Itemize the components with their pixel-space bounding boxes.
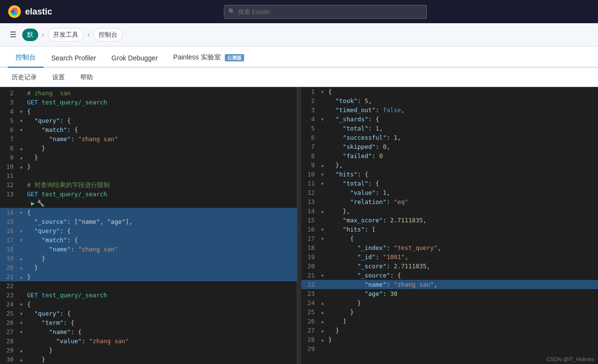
result-line-content: "failed": 0	[326, 151, 598, 160]
fold-arrow	[17, 180, 25, 189]
result-line-number: 12	[301, 188, 319, 197]
line-content: "query": {	[25, 309, 297, 318]
fold-arrow[interactable]: ▴	[17, 144, 25, 153]
result-line-number: 23	[301, 289, 319, 298]
line-number: 25	[0, 309, 17, 318]
elastic-logo-icon	[8, 5, 21, 18]
fold-arrow[interactable]: ▴	[17, 272, 25, 281]
result-line-number: 7	[301, 142, 319, 151]
fold-arrow[interactable]: ▾	[17, 318, 25, 327]
result-fold-arrow[interactable]: ▴	[319, 317, 326, 326]
result-line-content: "_score": 2.7111835,	[326, 262, 598, 271]
line-number: 12	[0, 180, 17, 189]
result-fold-arrow[interactable]: ▾	[319, 271, 326, 280]
result-line-number: 24	[301, 298, 319, 307]
result-line-content: "name": "zhang san",	[326, 280, 598, 289]
line-number: 17	[0, 235, 17, 245]
result-fold-arrow[interactable]: ▴	[319, 326, 326, 335]
result-fold-arrow[interactable]: ▴	[319, 298, 326, 307]
breadcrumb-user[interactable]: 默	[22, 29, 38, 41]
result-line-content: "took": 5,	[326, 96, 598, 105]
fold-arrow[interactable]: ▾	[17, 300, 25, 309]
fold-arrow[interactable]: ▾	[17, 208, 25, 217]
result-line-number: 10	[301, 170, 319, 179]
editor-line: 13 GET test_query/_search▶🔧	[0, 189, 297, 208]
result-line: 12 "value": 1,	[301, 188, 598, 197]
line-number: 26	[0, 318, 17, 327]
breadcrumb-arrow-1: ›	[42, 31, 44, 38]
result-line-content: }	[326, 335, 598, 344]
breadcrumb-console[interactable]: 控制台	[93, 28, 123, 42]
tab-console[interactable]: 控制台	[8, 48, 44, 68]
fold-arrow[interactable]: ▴	[17, 346, 25, 355]
result-fold-arrow[interactable]: ▾	[319, 179, 326, 188]
result-line-number: 5	[301, 124, 319, 133]
editor-line: 10▴}	[0, 162, 297, 171]
wrench-icon[interactable]: 🔧	[37, 199, 44, 208]
fold-arrow	[17, 291, 25, 300]
line-content: }	[25, 263, 297, 272]
result-fold-arrow	[319, 216, 326, 225]
history-button[interactable]: 历史记录	[8, 71, 41, 84]
line-number: 21	[0, 272, 17, 281]
editor-line: 15 "_source": ["name", "age"],	[0, 217, 297, 226]
result-fold-arrow[interactable]: ▾	[319, 170, 326, 179]
result-line: 3 "timed_out": false,	[301, 105, 598, 115]
result-fold-arrow[interactable]: ▾	[319, 115, 326, 124]
fold-arrow[interactable]: ▴	[17, 263, 25, 272]
run-button[interactable]: ▶	[31, 199, 35, 208]
help-button[interactable]: 帮助	[76, 71, 97, 84]
result-line-content: }	[326, 298, 598, 307]
fold-arrow[interactable]: ▴	[17, 162, 25, 171]
fold-arrow[interactable]: ▾	[17, 309, 25, 318]
result-fold-arrow[interactable]: ▾	[319, 87, 326, 96]
fold-arrow[interactable]: ▴	[17, 153, 25, 162]
fold-arrow[interactable]: ▴	[17, 355, 25, 364]
editor-line: 27▾ "name": {	[0, 327, 297, 336]
result-line-number: 25	[301, 307, 319, 317]
svg-point-4	[15, 10, 18, 13]
result-fold-arrow[interactable]: ▴	[319, 307, 326, 317]
result-line-number: 20	[301, 262, 319, 271]
line-number: 29	[0, 346, 17, 355]
editor-line: 7 "name": "zhang san"	[0, 134, 297, 144]
elastic-logo-text: elastic	[25, 7, 52, 17]
result-fold-arrow	[319, 105, 326, 115]
result-fold-arrow[interactable]: ▴	[319, 160, 326, 170]
left-code-editor[interactable]: 1 # Match是分词查询，ES会将数据分词（关键词）保存2 # zhang …	[0, 87, 297, 364]
fold-arrow[interactable]: ▴	[17, 254, 25, 263]
tab-grok-debugger[interactable]: Grok Debugger	[104, 49, 166, 68]
fold-arrow[interactable]: ▾	[17, 107, 25, 116]
result-line-number: 6	[301, 133, 319, 142]
fold-arrow[interactable]: ▾	[17, 235, 25, 245]
result-line-content: "_source": {	[326, 271, 598, 280]
result-fold-arrow[interactable]: ▾	[319, 225, 326, 234]
breadcrumb-devtools[interactable]: 开发工具	[48, 28, 84, 42]
hamburger-button[interactable]: ☰	[8, 28, 18, 41]
line-content: }	[25, 254, 297, 263]
fold-arrow[interactable]: ▾	[17, 226, 25, 235]
tab-painless-lab[interactable]: Painless 实验室 公测版	[165, 48, 252, 68]
fold-arrow[interactable]: ▾	[17, 327, 25, 336]
result-fold-arrow[interactable]: ▴	[319, 206, 326, 216]
nav-bar: ☰ 默 › 开发工具 › 控制台	[0, 23, 598, 46]
editor-line: 11	[0, 171, 297, 180]
global-search-input[interactable]	[224, 5, 427, 19]
result-line-content: "max_score": 2.7111835,	[326, 216, 598, 225]
fold-arrow[interactable]: ▾	[17, 116, 25, 125]
right-result-panel: 1▾{2 "took": 5,3 "timed_out": false,4▾ "…	[301, 87, 598, 364]
right-code-result[interactable]: 1▾{2 "took": 5,3 "timed_out": false,4▾ "…	[301, 87, 598, 364]
line-content: "query": {	[25, 226, 297, 235]
result-line-content: {	[326, 234, 598, 243]
result-fold-arrow[interactable]: ▴	[319, 335, 326, 344]
result-line-number: 26	[301, 317, 319, 326]
editor-divider[interactable]: ⋮	[297, 87, 301, 364]
result-fold-arrow	[319, 188, 326, 197]
result-line-number: 2	[301, 96, 319, 105]
result-line-number: 21	[301, 271, 319, 280]
fold-arrow[interactable]: ▾	[17, 125, 25, 134]
line-number: 13	[0, 189, 17, 208]
tab-search-profiler[interactable]: Search Profiler	[44, 49, 104, 68]
result-fold-arrow[interactable]: ▾	[319, 234, 326, 243]
settings-button[interactable]: 设置	[48, 71, 69, 84]
